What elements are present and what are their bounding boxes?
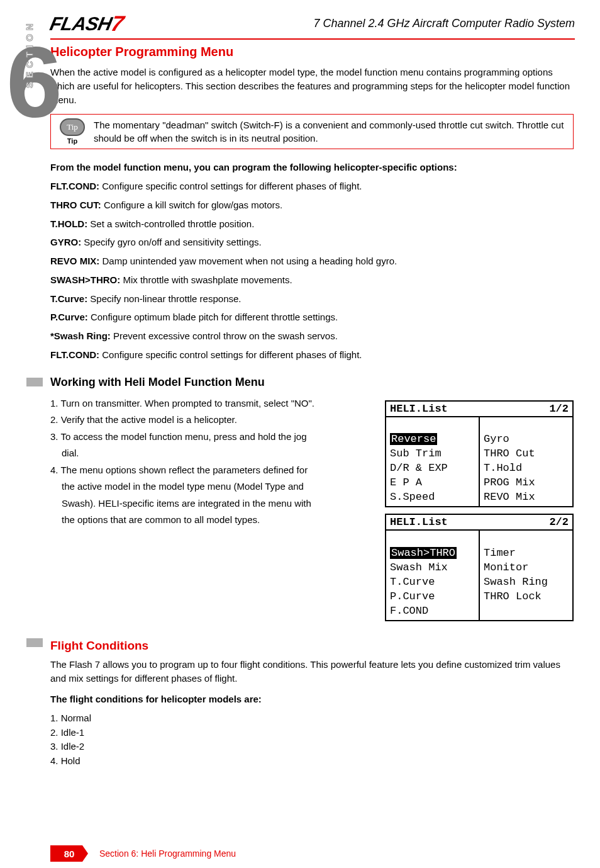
- grey-bullet-bar: [26, 378, 43, 386]
- logo: FLASH7: [48, 11, 126, 36]
- opt-desc: Damp unintended yaw movement when not us…: [99, 256, 397, 266]
- opt-label: P.Curve:: [50, 312, 88, 322]
- lcd-row: D/R & EXP: [390, 462, 448, 474]
- lcd-row: Timer: [484, 547, 516, 559]
- opt-desc: Mix throttle with swashplate movements.: [120, 274, 292, 285]
- lcd-row-hl: Reverse: [390, 433, 437, 445]
- lcd-row: E P A: [390, 476, 422, 488]
- flight-intro: The Flash 7 allows you to program up to …: [50, 658, 574, 685]
- lcd-screen-2: HELI.List 2/2 Swash>THRO Swash Mix T.Cur…: [385, 514, 574, 621]
- lcd-row: THRO Lock: [484, 590, 542, 602]
- logo-main: FLASH: [48, 13, 114, 34]
- flight-heading: Flight Conditions: [50, 639, 148, 653]
- lcd-row: P.Curve: [390, 590, 435, 602]
- step-line: 1. Turn on transmitter. When prompted to…: [50, 397, 375, 411]
- lcd2-title-right: 2/2: [549, 516, 569, 528]
- lcd-row: Gyro: [484, 433, 509, 445]
- tip-text: The momentary "deadman" switch (Switch-F…: [94, 118, 567, 145]
- page-footer: 80 Section 6: Heli Programming Menu: [50, 845, 236, 862]
- lcd-row: THRO Cut: [484, 448, 535, 459]
- step-line: 2. Verify that the active model is a hel…: [50, 413, 375, 427]
- lcd-row: S.Speed: [390, 491, 435, 503]
- lcd-row: F.COND: [390, 605, 428, 617]
- opt-label: FLT.COND:: [50, 349, 99, 360]
- lcd-row: REVO Mix: [484, 491, 535, 503]
- opt-desc: Specify gyro on/off and sensitivity sett…: [81, 237, 262, 247]
- flight-cond-list: 1. Normal 2. Idle-1 3. Idle-2 4. Hold: [50, 711, 574, 768]
- opt-label: REVO MIX:: [50, 256, 99, 266]
- opt-label: FLT.COND:: [50, 181, 99, 191]
- lcd-screen-1: HELI.List 1/2 Reverse Sub Trim D/R & EXP…: [385, 400, 574, 508]
- opt-desc: Prevent excessive control throw on the s…: [111, 330, 338, 341]
- cond-item: 4. Hold: [50, 754, 574, 769]
- lcd1-title-right: 1/2: [549, 403, 569, 415]
- lcd-row: T.Hold: [484, 462, 522, 474]
- intro-paragraph: When the active model is configured as a…: [50, 65, 574, 106]
- lcd-row: Swash Mix: [390, 561, 448, 573]
- opt-label: SWASH>THRO:: [50, 274, 120, 285]
- lcd-row: Sub Trim: [390, 448, 442, 459]
- opt-label: T.HOLD:: [50, 218, 87, 229]
- working-heading: Working with Heli Model Function Menu: [50, 376, 265, 389]
- lcd-row: Swash Ring: [484, 576, 548, 588]
- opt-label: GYRO:: [50, 237, 81, 247]
- step-line: 4. The menu options shown reflect the pa…: [50, 463, 375, 478]
- page-title: Helicopter Programming Menu: [50, 45, 574, 59]
- opt-label: *Swash Ring:: [50, 330, 111, 341]
- opt-desc: Configure specific control settings for …: [99, 349, 362, 360]
- tip-bubble: Tip: [60, 118, 85, 136]
- subheading-row: Working with Heli Model Function Menu: [26, 376, 574, 389]
- opt-desc: Specify non-linear throttle response.: [87, 293, 241, 304]
- lcd2-left-col: Swash>THRO Swash Mix T.Curve P.Curve F.C…: [386, 531, 480, 620]
- opt-desc: Set a switch-controlled throttle positio…: [87, 218, 254, 229]
- section-label: SECTION: [24, 20, 35, 88]
- step-line: Swash). HELI-specific items are integrat…: [50, 497, 375, 511]
- lcd-row: Monitor: [484, 561, 528, 573]
- cond-item: 3. Idle-2: [50, 740, 574, 754]
- lcd1-title-left: HELI.List: [390, 403, 448, 415]
- subheading-row-2: Flight Conditions: [26, 633, 574, 653]
- step-line: 3. To access the model function menu, pr…: [50, 430, 375, 444]
- tip-box: Tip Tip The momentary "deadman" switch (…: [50, 114, 574, 149]
- step-line: the options that are common to all model…: [50, 513, 375, 527]
- grey-bullet-bar: [26, 638, 43, 647]
- opt-desc: Configure a kill switch for glow/gas mot…: [101, 200, 282, 210]
- lcd1-left-col: Reverse Sub Trim D/R & EXP E P A S.Speed: [386, 417, 480, 507]
- options-lead: From the model function menu, you can pr…: [50, 162, 457, 172]
- header-subtitle: 7 Channel 2.4 GHz Aircraft Computer Radi…: [313, 17, 575, 30]
- cond-item: 2. Idle-1: [50, 726, 574, 740]
- lcd-row-hl: Swash>THRO: [390, 547, 457, 559]
- step-line: the active model in the model type menu …: [50, 480, 375, 494]
- opt-label: THRO CUT:: [50, 200, 101, 210]
- lcd1-right-col: Gyro THRO Cut T.Hold PROG Mix REVO Mix: [480, 417, 572, 507]
- opt-desc: Configure optimum blade pitch for differ…: [88, 312, 338, 322]
- tip-label: Tip: [67, 137, 77, 145]
- page-header: FLASH7 7 Channel 2.4 GHz Aircraft Comput…: [50, 11, 575, 40]
- lcd2-title-left: HELI.List: [390, 516, 448, 528]
- opt-label: T.Curve:: [50, 293, 87, 304]
- section-side-tab: 6 SECTION: [6, 31, 47, 145]
- options-list: FLT.COND: Configure specific control set…: [50, 179, 574, 362]
- cond-item: 1. Normal: [50, 711, 574, 726]
- page-number-badge: 80: [50, 845, 88, 862]
- step-line: dial.: [50, 446, 375, 461]
- lcd-row: T.Curve: [390, 576, 435, 588]
- flight-list-head: The flight conditions for helicopter mod…: [50, 694, 262, 704]
- opt-desc: Configure specific control settings for …: [99, 181, 362, 191]
- lcd-row: PROG Mix: [484, 476, 535, 488]
- steps-list: 1. Turn on transmitter. When prompted to…: [50, 397, 375, 621]
- lcd2-right-col: Timer Monitor Swash Ring THRO Lock: [480, 531, 572, 620]
- footer-label: Section 6: Heli Programming Menu: [99, 848, 236, 859]
